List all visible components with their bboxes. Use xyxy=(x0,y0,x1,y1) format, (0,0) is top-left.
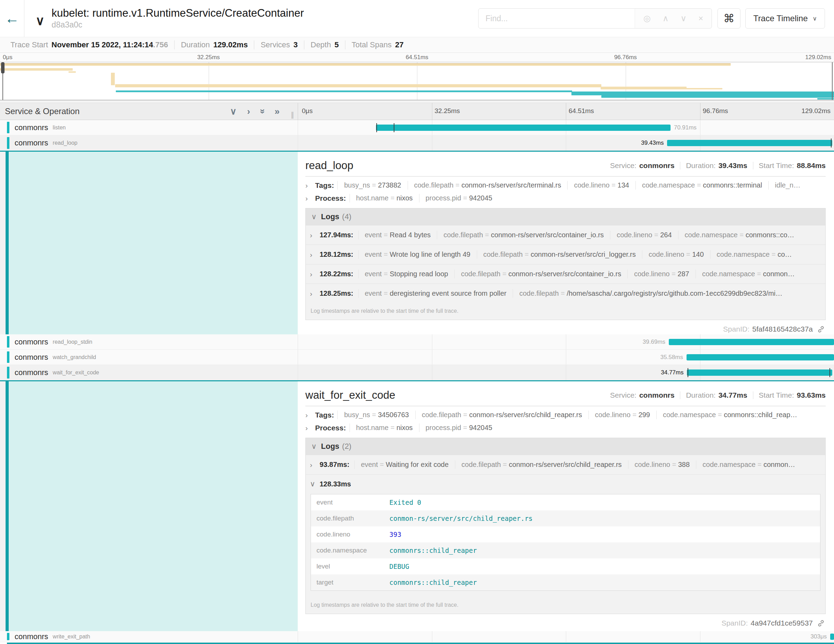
minimap-span-bar xyxy=(817,98,834,100)
minimap-span-bar xyxy=(0,63,731,66)
log-chip: code.lineno287 xyxy=(627,270,695,278)
span-bar[interactable] xyxy=(830,634,834,640)
link-icon[interactable] xyxy=(817,325,825,333)
minimap-span-bar xyxy=(684,88,722,89)
keyboard-shortcuts-button[interactable]: ⌘ xyxy=(718,8,740,29)
tags-row[interactable]: › Tags: busy_ns273882 code.filepathconmo… xyxy=(305,181,826,189)
log-row[interactable]: › 127.94ms: eventRead 4 bytescode.filepa… xyxy=(306,225,825,244)
logs-box: ∨ Logs (2) › 93.87ms: eventWaiting for e… xyxy=(305,438,826,614)
view-selector-button[interactable]: Trace Timeline ∨ xyxy=(745,8,825,29)
timeline-tick: 32.25ms xyxy=(435,107,460,115)
tag-chip: idle_n… xyxy=(768,181,807,189)
span-bar-wrap: 303μs xyxy=(830,631,834,642)
service-color-bar xyxy=(7,633,10,640)
span-bar[interactable] xyxy=(669,339,834,345)
logs-note: Log timestamps are relative to the start… xyxy=(306,303,825,320)
minimap-span-bar xyxy=(115,84,601,87)
logs-box: ∨ Logs (4) › 127.94ms: eventRead 4 bytes… xyxy=(305,208,826,320)
detail-header: wait_for_exit_code Service:conmonrs Dura… xyxy=(305,389,826,401)
expand-all-icon[interactable]: » xyxy=(275,107,280,116)
span-duration-label: 34.77ms xyxy=(661,369,684,376)
log-row[interactable]: › 93.87ms: eventWaiting for exit codecod… xyxy=(306,455,825,474)
gridline xyxy=(700,120,700,135)
log-row-expanded[interactable]: ∨ 128.33ms xyxy=(306,474,825,494)
span-id-row: SpanID: 5faf48165428c37a xyxy=(305,320,826,334)
span-duration-label: 70.91ms xyxy=(674,124,697,131)
column-resizer[interactable]: ∥ xyxy=(291,111,294,120)
chevron-up-icon[interactable]: ∧ xyxy=(663,14,669,23)
find-input[interactable] xyxy=(478,9,635,28)
span-bar[interactable] xyxy=(667,140,832,146)
table-row: levelDEBUG xyxy=(311,558,820,574)
process-row[interactable]: › Process: host.namenixos process.pid942… xyxy=(305,194,826,202)
collapse-all-icon[interactable]: » xyxy=(259,109,267,114)
detail-accent-bar xyxy=(6,381,9,631)
span-row-read-loop-stdin[interactable]: conmonrs read_loop_stdin 39.69ms xyxy=(0,334,834,350)
span-name-cell: conmonrs write_exit_path xyxy=(0,631,298,642)
log-chip: code.filepathconmon-rs/server/src/cri_lo… xyxy=(477,250,642,259)
chevron-right-icon: › xyxy=(305,411,311,419)
next-detail-top-border xyxy=(7,642,834,644)
viewport-left-handle[interactable] xyxy=(1,62,5,73)
span-timeline-cell: 70.91ms xyxy=(298,120,834,135)
span-row-listen[interactable]: conmonrs listen 70.91ms xyxy=(0,120,834,135)
clear-icon[interactable]: × xyxy=(698,14,703,23)
span-service: conmonrs xyxy=(15,139,48,147)
span-bar-wrap: 34.77ms xyxy=(687,365,832,380)
gridline xyxy=(298,365,298,380)
chevron-down-icon: ∨ xyxy=(311,213,317,221)
tag-chips: busy_ns34506763code.filepathconmon-rs/se… xyxy=(337,411,826,419)
minimap-span-bar xyxy=(111,73,115,85)
log-row[interactable]: › 128.12ms: eventWrote log line of lengt… xyxy=(306,244,825,264)
gridline xyxy=(700,631,700,642)
logs-header[interactable]: ∨ Logs (4) xyxy=(306,209,825,225)
log-chip: code.lineno388 xyxy=(628,460,696,469)
process-chip: process.pid942045 xyxy=(419,424,499,432)
logs-header[interactable]: ∨ Logs (2) xyxy=(306,438,825,455)
detail-accent-bar xyxy=(6,152,9,334)
tag-chip: code.filepathconmon-rs/server/src/termin… xyxy=(407,181,567,189)
span-row-write-exit-path[interactable]: conmonrs write_exit_path 303μs xyxy=(0,631,834,642)
span-bar[interactable] xyxy=(687,369,832,376)
span-bar[interactable] xyxy=(376,125,671,131)
link-icon[interactable] xyxy=(817,619,825,627)
span-row-wait-for-exit-code[interactable]: conmonrs wait_for_exit_code 34.77ms xyxy=(0,365,834,380)
minimap-canvas[interactable] xyxy=(0,62,834,100)
collapse-header-icon[interactable]: ∨ xyxy=(36,15,45,27)
process-chip: host.namenixos xyxy=(349,424,419,432)
process-chips: host.namenixos process.pid942045 xyxy=(349,194,826,202)
timeline-tick: 129.02ms xyxy=(802,107,831,115)
detail-panel: read_loop Service:conmonrs Duration:39.4… xyxy=(298,152,834,334)
chevron-right-icon: › xyxy=(310,231,315,239)
log-marker xyxy=(376,123,377,132)
expand-one-icon[interactable]: › xyxy=(247,107,250,116)
span-timeline-cell: 39.43ms xyxy=(298,135,834,150)
span-detail-read-loop: read_loop Service:conmonrs Duration:39.4… xyxy=(0,150,834,334)
tag-chip: code.lineno299 xyxy=(588,411,656,419)
locate-icon[interactable]: ◎ xyxy=(643,14,651,23)
log-row[interactable]: › 128.22ms: eventStopping read loopcode.… xyxy=(306,264,825,283)
tags-row[interactable]: › Tags: busy_ns34506763code.filepathconm… xyxy=(305,411,826,419)
log-chips: eventStopping read loopcode.filepathconm… xyxy=(358,270,821,278)
tag-chip: busy_ns34506763 xyxy=(337,411,415,419)
span-row-read-loop[interactable]: conmonrs read_loop 39.43ms xyxy=(0,135,834,150)
service-operation-title: Service & Operation xyxy=(5,107,230,116)
chevron-down-icon[interactable]: ∨ xyxy=(680,14,687,23)
timeline-tick: 0μs xyxy=(302,107,313,115)
span-bar[interactable] xyxy=(687,354,834,361)
gridline xyxy=(298,103,298,120)
span-timeline-cell: 35.58ms xyxy=(298,350,834,365)
view-selector-label: Trace Timeline xyxy=(753,14,808,23)
ruler-tick: 96.76ms xyxy=(614,54,637,61)
log-row[interactable]: › 128.25ms: eventderegistering event sou… xyxy=(306,283,825,303)
span-row-watch-grandchild[interactable]: conmonrs watch_grandchild 35.58ms xyxy=(0,350,834,365)
collapse-one-icon[interactable]: ∨ xyxy=(230,107,236,116)
process-row[interactable]: › Process: host.namenixosprocess.pid9420… xyxy=(305,424,826,432)
find-icons: ◎ ∧ ∨ × xyxy=(635,9,711,28)
summary-depth: Depth 5 xyxy=(304,40,345,49)
log-timestamp: 128.33ms xyxy=(320,480,351,488)
span-table-header: Service & Operation ∨ › » » ∥ 0μs 32.25m… xyxy=(0,103,834,120)
top-bar: ← ∨ kubelet: runtime.v1.RuntimeService/C… xyxy=(0,0,834,37)
detail-left-pane xyxy=(0,381,298,631)
back-button[interactable]: ← xyxy=(0,0,24,37)
